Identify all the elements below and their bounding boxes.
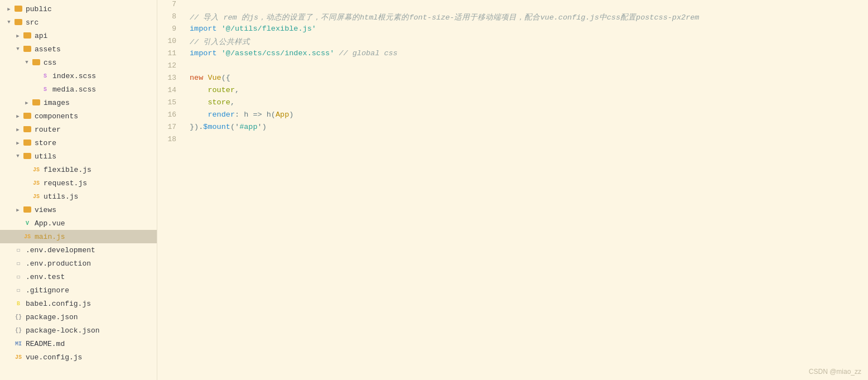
tree-item-label: css: [44, 59, 56, 67]
tree-item-App.vue[interactable]: VApp.vue: [0, 217, 157, 230]
tree-item-.env.development[interactable]: ◻.env.development: [0, 243, 157, 257]
tree-item-router[interactable]: ▶router: [0, 123, 157, 136]
line-number: 11: [157, 49, 185, 61]
line-number: 18: [157, 135, 185, 147]
tree-item-src[interactable]: ▼src: [0, 16, 157, 29]
tree-item-label: utils.js: [44, 193, 78, 201]
line-number: 16: [157, 110, 185, 123]
line-content: new Vue({: [185, 74, 868, 86]
tree-item-css[interactable]: ▼css: [0, 56, 157, 69]
tree-item-label: src: [26, 18, 38, 27]
tree-item-label: router: [35, 126, 61, 134]
folder-icon: [22, 126, 32, 134]
tree-item-api[interactable]: ▶api: [0, 29, 157, 42]
tree-item-label: components: [35, 112, 78, 121]
folder-icon: [31, 59, 41, 67]
chevron-icon: ▶: [13, 140, 22, 146]
line-content: [185, 0, 868, 12]
tree-item-utils.js[interactable]: JSutils.js: [0, 190, 157, 203]
env-file-icon: ◻: [13, 247, 23, 253]
chevron-icon: ▶: [4, 6, 13, 12]
js-file-icon: JS: [13, 354, 23, 360]
scss-file-icon: S: [40, 73, 50, 79]
line-number: 9: [157, 25, 185, 37]
folder-icon: [22, 45, 32, 54]
line-content: render: h => h(App): [185, 110, 868, 123]
tree-item-babel.config.js[interactable]: Bbabel.config.js: [0, 297, 157, 310]
line-number: 8: [157, 12, 185, 25]
line-content: // 导入 rem 的js，动态的设置了，不同屏幕的html根元素的font-s…: [185, 12, 868, 25]
folder-icon: [31, 99, 41, 107]
code-line: 15 store,: [157, 98, 868, 110]
line-number: 15: [157, 98, 185, 110]
json-file-icon: {}: [13, 328, 23, 334]
folder-icon: [13, 18, 23, 27]
vue-file-icon: V: [22, 220, 32, 227]
tree-item-label: package-lock.json: [26, 326, 100, 335]
js-file-icon: JS: [31, 180, 41, 186]
line-number: 13: [157, 74, 185, 86]
line-number: 7: [157, 0, 185, 12]
line-content: import '@/assets/css/index.scss' // glob…: [185, 49, 868, 61]
tree-item-index.scss[interactable]: Sindex.scss: [0, 69, 157, 83]
folder-icon: [22, 112, 32, 121]
line-number: 10: [157, 37, 185, 49]
tree-item-main.js[interactable]: JSmain.js: [0, 230, 157, 243]
tree-item-package.json[interactable]: {}package.json: [0, 310, 157, 324]
tree-item-README.md[interactable]: MIREADME.md: [0, 337, 157, 350]
js-file-icon: JS: [31, 167, 41, 173]
js-file-icon: JS: [22, 234, 32, 240]
tree-item-label: media.scss: [52, 85, 96, 94]
js-file-icon: JS: [31, 194, 41, 200]
chevron-icon: ▶: [13, 113, 22, 119]
code-line: 18: [157, 135, 868, 147]
tree-item-flexible.js[interactable]: JSflexible.js: [0, 163, 157, 176]
tree-item-label: .env.production: [26, 259, 91, 268]
tree-item-components[interactable]: ▶components: [0, 109, 157, 123]
tree-item-label: package.json: [26, 313, 78, 321]
tree-item-images[interactable]: ▶images: [0, 96, 157, 109]
line-content: // 引入公共样式: [185, 37, 868, 49]
babel-file-icon: B: [13, 301, 23, 307]
code-line: 13new Vue({: [157, 74, 868, 86]
tree-item-label: api: [35, 32, 47, 40]
tree-item-public[interactable]: ▶public: [0, 2, 157, 16]
chevron-icon: ▶: [13, 127, 22, 133]
line-content: }).$mount('#app'): [185, 123, 868, 135]
tree-item-.env.production[interactable]: ◻.env.production: [0, 257, 157, 270]
chevron-icon: ▼: [13, 46, 22, 52]
tree-item-.gitignore[interactable]: ◻.gitignore: [0, 283, 157, 297]
code-table: 7 8// 导入 rem 的js，动态的设置了，不同屏幕的html根元素的fon…: [157, 0, 868, 147]
tree-item-label: index.scss: [52, 72, 96, 80]
md-file-icon: MI: [13, 341, 23, 347]
tree-item-label: assets: [35, 45, 61, 54]
tree-item-request.js[interactable]: JSrequest.js: [0, 176, 157, 190]
tree-item-label: .env.test: [26, 273, 65, 281]
scss-file-icon: S: [40, 86, 50, 93]
code-line: 16 render: h => h(App): [157, 110, 868, 123]
folder-icon: [22, 139, 32, 147]
tree-item-assets[interactable]: ▼assets: [0, 42, 157, 56]
code-line: 17}).$mount('#app'): [157, 123, 868, 135]
chevron-icon: ▼: [22, 60, 31, 65]
tree-item-label: .gitignore: [26, 286, 69, 295]
env-file-icon: ◻: [13, 273, 23, 280]
tree-item-vue.config.js[interactable]: JSvue.config.js: [0, 350, 157, 364]
file-tree: ▶public▼src▶api▼assets▼cssSindex.scssSme…: [0, 0, 157, 380]
tree-item-media.scss[interactable]: Smedia.scss: [0, 83, 157, 96]
tree-item-label: main.js: [35, 233, 65, 241]
tree-item-views[interactable]: ▶views: [0, 203, 157, 217]
line-content: router,: [185, 86, 868, 98]
tree-item-label: .env.development: [26, 246, 95, 254]
tree-item-label: images: [44, 99, 70, 107]
tree-item-.env.test[interactable]: ◻.env.test: [0, 270, 157, 283]
tree-item-store[interactable]: ▶store: [0, 136, 157, 150]
chevron-icon: ▼: [4, 20, 13, 25]
line-number: 17: [157, 123, 185, 135]
code-line: 11import '@/assets/css/index.scss' // gl…: [157, 49, 868, 61]
tree-item-utils[interactable]: ▼utils: [0, 150, 157, 163]
tree-item-label: vue.config.js: [26, 353, 82, 362]
tree-item-package-lock.json[interactable]: {}package-lock.json: [0, 324, 157, 337]
line-content: store,: [185, 98, 868, 110]
tree-item-label: public: [26, 5, 52, 13]
